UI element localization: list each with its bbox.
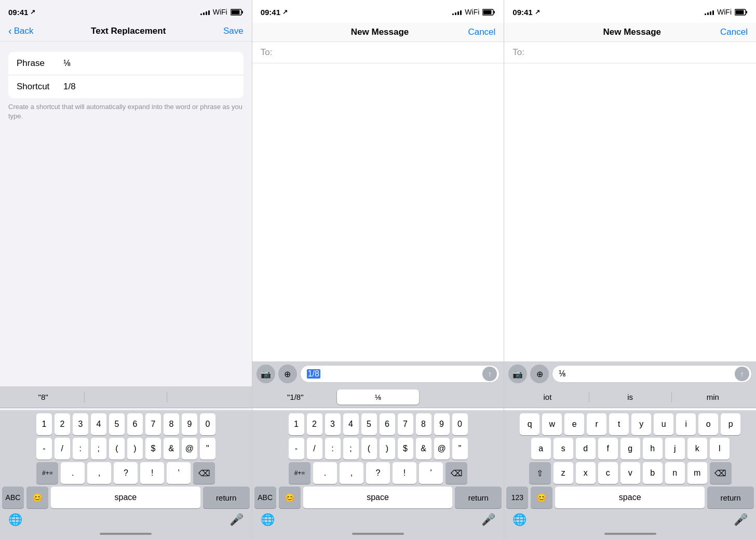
- key-t[interactable]: t: [609, 413, 629, 435]
- key-r[interactable]: r: [587, 413, 606, 435]
- key-0[interactable]: 0: [200, 413, 215, 435]
- key-ampersand-2[interactable]: &: [416, 438, 431, 460]
- suggestion-2-2[interactable]: ⅛: [337, 389, 419, 405]
- to-field-1[interactable]: To:: [252, 42, 504, 63]
- key-exclaim[interactable]: !: [140, 462, 164, 484]
- key-dollar[interactable]: $: [145, 438, 161, 460]
- key-space-2[interactable]: space: [303, 487, 453, 508]
- camera-button-2[interactable]: 📷: [508, 365, 527, 383]
- cancel-button-1[interactable]: Cancel: [468, 27, 495, 37]
- key-0-2[interactable]: 0: [452, 413, 468, 435]
- key-semicolon[interactable]: ;: [91, 438, 106, 460]
- key-slash[interactable]: /: [55, 438, 70, 460]
- suggestion-2-3[interactable]: [420, 389, 502, 405]
- key-delete[interactable]: ⌫: [193, 462, 215, 484]
- globe-icon-2[interactable]: 🌐: [261, 513, 275, 527]
- key-8-2[interactable]: 8: [416, 413, 431, 435]
- key-7[interactable]: 7: [145, 413, 161, 435]
- message-input-1[interactable]: 1/8 ↑: [300, 365, 500, 383]
- key-return-3[interactable]: return: [707, 487, 754, 508]
- key-2-2[interactable]: 2: [307, 413, 322, 435]
- key-semicolon-2[interactable]: ;: [343, 438, 359, 460]
- key-at-2[interactable]: @: [434, 438, 450, 460]
- key-1[interactable]: 1: [36, 413, 52, 435]
- key-e[interactable]: e: [564, 413, 584, 435]
- key-o[interactable]: o: [698, 413, 718, 435]
- key-q[interactable]: q: [520, 413, 539, 435]
- key-6[interactable]: 6: [127, 413, 143, 435]
- key-8[interactable]: 8: [164, 413, 179, 435]
- key-3[interactable]: 3: [73, 413, 88, 435]
- key-question-2[interactable]: ?: [366, 462, 390, 484]
- key-return-2[interactable]: return: [455, 487, 502, 508]
- key-exclaim-2[interactable]: !: [393, 462, 416, 484]
- globe-icon-3[interactable]: 🌐: [512, 513, 526, 527]
- key-y[interactable]: y: [631, 413, 651, 435]
- suggestion-2[interactable]: [85, 389, 167, 405]
- suggestion-3-3[interactable]: min: [672, 389, 754, 405]
- shortcut-row[interactable]: Shortcut 1/8: [8, 75, 244, 98]
- key-colon[interactable]: :: [73, 438, 88, 460]
- key-abc-2[interactable]: ABC: [254, 487, 276, 508]
- key-j[interactable]: j: [665, 438, 685, 460]
- key-minus[interactable]: -: [36, 438, 52, 460]
- cancel-button-2[interactable]: Cancel: [720, 27, 748, 37]
- globe-icon[interactable]: 🌐: [8, 513, 22, 527]
- key-6-2[interactable]: 6: [380, 413, 395, 435]
- key-9[interactable]: 9: [182, 413, 197, 435]
- key-n[interactable]: n: [665, 462, 685, 484]
- key-i[interactable]: i: [676, 413, 696, 435]
- suggestion-3[interactable]: [167, 389, 249, 405]
- back-button[interactable]: ‹ Back: [8, 25, 33, 37]
- key-emoji[interactable]: 😊: [26, 487, 48, 508]
- key-9-2[interactable]: 9: [434, 413, 450, 435]
- suggestion-3-1[interactable]: iot: [506, 389, 588, 405]
- camera-button-1[interactable]: 📷: [256, 365, 275, 383]
- key-2[interactable]: 2: [55, 413, 70, 435]
- key-h[interactable]: h: [643, 438, 663, 460]
- key-period-2[interactable]: .: [313, 462, 337, 484]
- key-minus-2[interactable]: -: [289, 438, 304, 460]
- key-dollar-2[interactable]: $: [398, 438, 413, 460]
- key-colon-2[interactable]: :: [325, 438, 341, 460]
- key-rparen-2[interactable]: ): [380, 438, 395, 460]
- key-123[interactable]: 123: [506, 487, 528, 508]
- key-comma-2[interactable]: ,: [340, 462, 363, 484]
- key-w[interactable]: w: [542, 413, 562, 435]
- save-button[interactable]: Save: [223, 26, 244, 36]
- key-lparen[interactable]: (: [109, 438, 125, 460]
- key-k[interactable]: k: [687, 438, 707, 460]
- key-quote[interactable]: ": [200, 438, 215, 460]
- key-hashplus-2[interactable]: #+=: [289, 462, 310, 484]
- appstore-button-1[interactable]: ⊕: [278, 365, 297, 383]
- key-4[interactable]: 4: [91, 413, 106, 435]
- key-x[interactable]: x: [576, 462, 596, 484]
- key-d[interactable]: d: [576, 438, 596, 460]
- key-apostrophe[interactable]: ': [167, 462, 191, 484]
- key-a[interactable]: a: [531, 438, 551, 460]
- key-s[interactable]: s: [554, 438, 573, 460]
- suggestion-1[interactable]: "8": [2, 389, 84, 405]
- mic-icon[interactable]: 🎤: [230, 513, 244, 527]
- key-7-2[interactable]: 7: [398, 413, 413, 435]
- key-g[interactable]: g: [620, 438, 640, 460]
- appstore-button-2[interactable]: ⊕: [530, 365, 549, 383]
- key-emoji-2[interactable]: 😊: [279, 487, 301, 508]
- phrase-row[interactable]: Phrase ⅛: [8, 52, 244, 75]
- suggestion-2-1[interactable]: "1/8": [254, 389, 336, 405]
- key-1-2[interactable]: 1: [289, 413, 304, 435]
- key-apostrophe-2[interactable]: ': [419, 462, 443, 484]
- key-space-3[interactable]: space: [555, 487, 705, 508]
- key-b[interactable]: b: [643, 462, 663, 484]
- mic-icon-2[interactable]: 🎤: [481, 513, 495, 527]
- to-field-2[interactable]: To:: [504, 42, 756, 63]
- key-z[interactable]: z: [554, 462, 573, 484]
- key-delete-3[interactable]: ⌫: [710, 462, 732, 484]
- key-hashplus[interactable]: #+=: [36, 462, 58, 484]
- send-button-2[interactable]: ↑: [735, 367, 749, 381]
- key-3-2[interactable]: 3: [325, 413, 341, 435]
- key-slash-2[interactable]: /: [307, 438, 322, 460]
- suggestion-3-2[interactable]: is: [589, 389, 671, 405]
- key-l[interactable]: l: [710, 438, 730, 460]
- mic-icon-3[interactable]: 🎤: [734, 513, 748, 527]
